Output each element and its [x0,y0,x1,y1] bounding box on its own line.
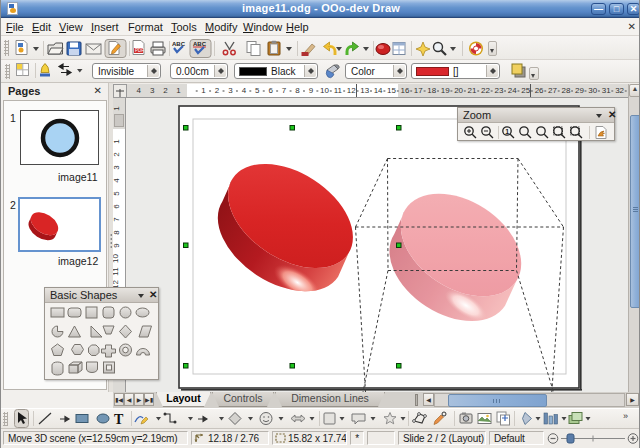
svg-text:T: T [114,412,124,427]
svg-text:ABC: ABC [172,41,186,47]
svg-text:ABC: ABC [193,41,207,47]
svg-text:1: 1 [505,128,509,135]
svg-text:»: » [623,411,628,421]
svg-text:PDF: PDF [135,48,144,53]
